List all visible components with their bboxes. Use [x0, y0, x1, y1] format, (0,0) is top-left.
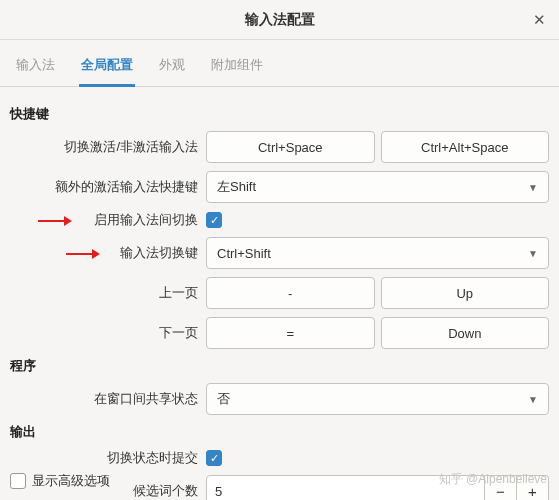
hotkey-button-1[interactable]: Ctrl+Space	[206, 131, 375, 163]
label-im-switch-key: 输入法切换键	[10, 244, 206, 262]
row-prev-page: 上一页 - Up	[10, 277, 549, 309]
tab-global-config[interactable]: 全局配置	[79, 50, 135, 87]
content: 快捷键 切换激活/非激活输入法 Ctrl+Space Ctrl+Alt+Spac…	[0, 87, 559, 500]
highlight-arrow-icon	[66, 247, 100, 264]
checkbox-enable-im-switch[interactable]: ✓	[206, 212, 222, 228]
label-enable-im-switch: 启用输入法间切换	[10, 211, 206, 229]
window-title: 输入法配置	[245, 11, 315, 29]
row-share-state: 在窗口间共享状态 否 ▼	[10, 383, 549, 415]
prev-page-button-1[interactable]: -	[206, 277, 375, 309]
tab-input-method[interactable]: 输入法	[14, 50, 57, 86]
select-extra-activate-value: 左Shift	[217, 178, 256, 196]
tab-addons[interactable]: 附加组件	[209, 50, 265, 86]
select-share-state-value: 否	[217, 390, 230, 408]
row-next-page: 下一页 = Down	[10, 317, 549, 349]
select-share-state[interactable]: 否 ▼	[206, 383, 549, 415]
select-extra-activate[interactable]: 左Shift ▼	[206, 171, 549, 203]
section-program-title: 程序	[10, 357, 549, 375]
checkbox-commit-on-switch[interactable]: ✓	[206, 450, 222, 466]
row-extra-activate: 额外的激活输入法快捷键 左Shift ▼	[10, 171, 549, 203]
row-toggle-activate: 切换激活/非激活输入法 Ctrl+Space Ctrl+Alt+Space	[10, 131, 549, 163]
svg-marker-3	[92, 249, 100, 259]
tabs: 输入法 全局配置 外观 附加组件	[0, 40, 559, 87]
section-hotkeys: 快捷键 切换激活/非激活输入法 Ctrl+Space Ctrl+Alt+Spac…	[10, 105, 549, 349]
titlebar: 输入法配置 ✕	[0, 0, 559, 40]
footer: 显示高级选项	[10, 472, 110, 490]
next-page-button-1[interactable]: =	[206, 317, 375, 349]
prev-page-button-2[interactable]: Up	[381, 277, 550, 309]
next-page-button-2[interactable]: Down	[381, 317, 550, 349]
svg-marker-1	[64, 216, 72, 226]
chevron-down-icon: ▼	[528, 182, 538, 193]
section-hotkeys-title: 快捷键	[10, 105, 549, 123]
label-toggle-activate: 切换激活/非激活输入法	[10, 138, 206, 156]
label-share-state: 在窗口间共享状态	[10, 390, 206, 408]
highlight-arrow-icon	[38, 214, 72, 231]
watermark: 知乎 @Alpenbelieve	[439, 471, 547, 488]
section-program: 程序 在窗口间共享状态 否 ▼	[10, 357, 549, 415]
select-im-switch-key[interactable]: Ctrl+Shift ▼	[206, 237, 549, 269]
hotkey-button-2[interactable]: Ctrl+Alt+Space	[381, 131, 550, 163]
chevron-down-icon: ▼	[528, 394, 538, 405]
label-next-page: 下一页	[10, 324, 206, 342]
tab-appearance[interactable]: 外观	[157, 50, 187, 86]
label-extra-activate: 额外的激活输入法快捷键	[10, 178, 206, 196]
label-prev-page: 上一页	[10, 284, 206, 302]
label-commit-on-switch: 切换状态时提交	[10, 449, 206, 467]
select-im-switch-key-value: Ctrl+Shift	[217, 246, 271, 261]
close-icon[interactable]: ✕	[527, 8, 551, 32]
checkbox-show-advanced[interactable]	[10, 473, 26, 489]
row-enable-im-switch: 启用输入法间切换 ✓	[10, 211, 549, 229]
chevron-down-icon: ▼	[528, 248, 538, 259]
row-im-switch-key: 输入法切换键 Ctrl+Shift ▼	[10, 237, 549, 269]
section-output-title: 输出	[10, 423, 549, 441]
row-commit-on-switch: 切换状态时提交 ✓	[10, 449, 549, 467]
label-show-advanced: 显示高级选项	[32, 472, 110, 490]
